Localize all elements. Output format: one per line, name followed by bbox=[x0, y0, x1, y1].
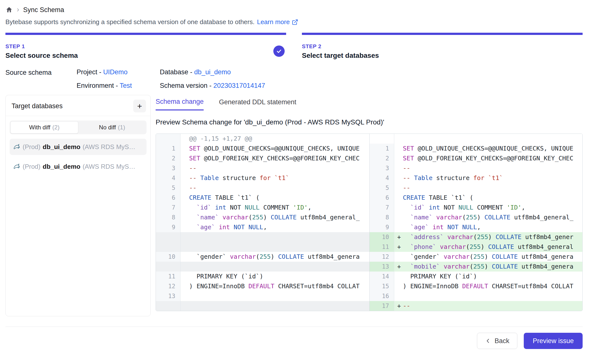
code-token: 255 bbox=[252, 214, 263, 221]
code-token: utf8mb4_general bbox=[514, 243, 574, 250]
code-token: 'ID' bbox=[293, 204, 308, 211]
code-token: @OLD_FOREIGN_KEY_CHECKS=@@FOREIGN_KEY_CH… bbox=[414, 155, 573, 162]
code-token: ( bbox=[462, 214, 466, 221]
diff-code-row: 5-- bbox=[370, 183, 582, 193]
diff-spacer-row bbox=[156, 301, 369, 311]
diff-code-line: -- bbox=[180, 163, 369, 173]
tab-no-diff[interactable]: No diff (1) bbox=[78, 121, 146, 134]
tab-with-diff[interactable]: With diff (2) bbox=[10, 121, 78, 134]
source-field-value-link[interactable]: db_ui_demo bbox=[194, 68, 231, 76]
code-token bbox=[219, 214, 222, 221]
source-field-project: Project - UIDemo bbox=[77, 68, 160, 76]
code-token: DEFAULT bbox=[462, 283, 488, 290]
source-field-value-link[interactable]: 20230317014147 bbox=[213, 82, 265, 89]
diff-code-row: 11 PRIMARY KEY (`id`) bbox=[156, 272, 369, 281]
code-token: SET bbox=[403, 155, 414, 162]
chevron-left-icon bbox=[485, 338, 491, 344]
code-token bbox=[484, 174, 488, 182]
code-token: Table bbox=[200, 174, 219, 182]
code-token: structure bbox=[219, 174, 260, 182]
code-token: varchar bbox=[440, 243, 466, 250]
code-token: CREATE bbox=[189, 194, 211, 201]
code-token: NULL bbox=[245, 204, 260, 211]
code-token: NOT NULL bbox=[447, 224, 477, 231]
step-1: STEP 1 Select source schema bbox=[5, 33, 286, 60]
tab-with-diff-label: With diff bbox=[29, 124, 50, 131]
code-token: `t1` bbox=[488, 174, 503, 182]
diff-code-line: `age` int NOT NULL, bbox=[180, 222, 369, 232]
code-token bbox=[197, 174, 200, 182]
preview-issue-button[interactable]: Preview issue bbox=[524, 333, 583, 349]
code-token: varchar bbox=[436, 214, 462, 221]
tab-schema-change[interactable]: Schema change bbox=[156, 98, 204, 110]
add-target-database-button[interactable]: + bbox=[133, 100, 146, 112]
diff-line-number: 3 bbox=[156, 163, 180, 173]
target-database-item[interactable]: (Prod)db_ui_demo(AWS RDS MyS… bbox=[10, 158, 147, 175]
code-token: 255 bbox=[473, 253, 484, 260]
diff-code-line bbox=[394, 134, 582, 144]
back-button[interactable]: Back bbox=[477, 333, 517, 349]
code-token: `age` bbox=[410, 224, 429, 231]
diff-code-row: 9 `age` int NOT NULL, bbox=[370, 222, 582, 232]
code-token: COLLATE bbox=[492, 263, 518, 270]
diff-sign: + bbox=[397, 242, 401, 252]
code-token: 'ID' bbox=[507, 204, 522, 211]
code-token bbox=[444, 224, 447, 231]
diff-sign: + bbox=[397, 232, 401, 242]
code-token: , bbox=[522, 204, 525, 211]
diff-added-row: 17+-- bbox=[370, 301, 582, 311]
diff-line-number: 11 bbox=[370, 242, 394, 252]
breadcrumb: › Sync Schema bbox=[5, 5, 583, 15]
learn-more-link[interactable]: Learn more bbox=[257, 18, 298, 26]
code-token: ( bbox=[466, 243, 470, 250]
code-token: 255 bbox=[470, 243, 481, 250]
home-icon[interactable] bbox=[5, 6, 13, 14]
code-token: ( bbox=[256, 253, 260, 260]
code-token: int bbox=[432, 224, 443, 231]
diff-line-number: 13 bbox=[156, 291, 180, 301]
code-token: ) bbox=[481, 243, 488, 250]
source-field-value-link[interactable]: UIDemo bbox=[103, 68, 128, 76]
source-field-name: Project - bbox=[77, 68, 103, 76]
target-database-item[interactable]: (Prod)db_ui_demo(AWS RDS MyS… bbox=[10, 139, 147, 155]
code-token: utf8mb4_genera bbox=[304, 253, 360, 260]
step-2-label: STEP 2 bbox=[302, 43, 583, 50]
diff-code-row: 15) ENGINE=InnoDB DEFAULT CHARSET=utf8mb… bbox=[370, 281, 582, 291]
code-token: for bbox=[260, 174, 271, 182]
code-token: `name` bbox=[197, 214, 219, 221]
breadcrumb-current: Sync Schema bbox=[23, 6, 64, 14]
code-token bbox=[271, 174, 274, 182]
code-token: TABLE `t1` ( bbox=[211, 194, 260, 201]
source-field-name: Schema version - bbox=[160, 82, 213, 89]
diff-code-line: `age` int NOT NULL, bbox=[394, 222, 582, 232]
code-token: 255 bbox=[260, 253, 271, 260]
diff-line-number: 12 bbox=[370, 252, 394, 262]
code-token: PRIMARY KEY (`id`) bbox=[403, 273, 477, 280]
code-token: -- bbox=[189, 165, 197, 172]
diff-code-line: -- bbox=[394, 163, 582, 173]
code-token: ) ENGINE=InnoDB bbox=[189, 283, 248, 290]
diff-code-line: PRIMARY KEY (`id`) bbox=[394, 272, 582, 281]
diff-filter-tabs: With diff (2) No diff (1) bbox=[10, 121, 147, 134]
diff-code-row: 3-- bbox=[156, 163, 369, 173]
source-field-value-link[interactable]: Test bbox=[120, 82, 132, 89]
diff-code-row: 13 bbox=[156, 291, 369, 301]
diff-code-row: 4-- Table structure for `t1` bbox=[156, 173, 369, 183]
diff-line-number: 7 bbox=[370, 203, 394, 212]
source-schema-summary: Source schema Project - UIDemoDatabase -… bbox=[5, 68, 583, 90]
code-token: ( bbox=[473, 233, 477, 241]
diff-code-row: 7 `id` int NOT NULL COMMENT 'ID', bbox=[156, 203, 369, 212]
code-token: for bbox=[473, 174, 484, 182]
diff-added-row: 13+ `mobile` varchar(255) COLLATE utf8mb… bbox=[370, 262, 582, 272]
diff-code-line: PRIMARY KEY (`id`) bbox=[180, 272, 369, 281]
code-token: structure bbox=[432, 174, 473, 182]
code-token: `name` bbox=[410, 214, 432, 221]
code-token: -- bbox=[403, 184, 410, 191]
code-token: COLLATE bbox=[271, 214, 296, 221]
code-token: `phone` bbox=[410, 243, 436, 250]
tab-generated-ddl[interactable]: Generated DDL statement bbox=[219, 98, 296, 110]
code-token: -- bbox=[403, 165, 410, 172]
diff-line-number: 10 bbox=[156, 252, 180, 262]
diff-line-number: 10 bbox=[370, 232, 394, 242]
code-token: NOT bbox=[440, 204, 459, 211]
